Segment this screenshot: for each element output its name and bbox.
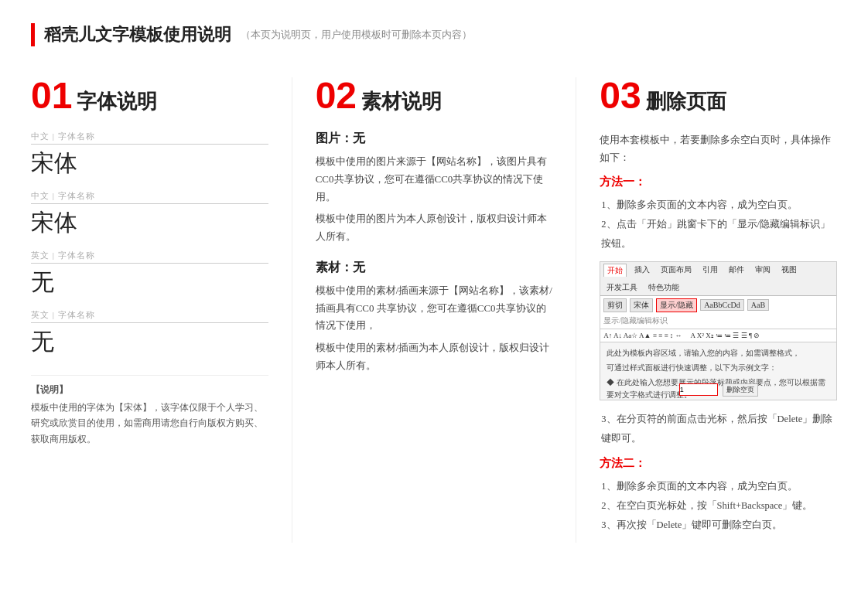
method1-step2: 2、点击「开始」跳窗卡下的「显示/隐藏编辑标识」按钮。	[601, 215, 837, 254]
col-material: 02 素材说明 图片：无 模板中使用的图片来源于【网站名称】，该图片具有CC0共…	[316, 77, 577, 543]
ribbon-tab-special: 特色功能	[645, 281, 682, 294]
font3-name: 无	[31, 267, 268, 298]
font4-name: 无	[31, 326, 268, 358]
material-text2: 模板中使用的素材/插画为本人原创设计，版权归设计师本人所有。	[316, 339, 553, 375]
word-line1: 此处为模板内容区域，请输入您的内容，如需调整格式，	[607, 347, 830, 359]
word-footer: 删除空页	[679, 383, 758, 397]
method1-step3-container: 3、在分页符的前面点击光标，然后按「Delete」删除键即可。	[600, 410, 837, 448]
ribbon-tab-mail: 邮件	[726, 264, 747, 277]
word-screenshot: 开始 插入 页面布局 引用 邮件 审阅 视图 开发工具 特色功能 剪切 宋体 显…	[600, 261, 837, 400]
ribbon-tab-insert: 插入	[631, 264, 653, 277]
toolbar-btn-show-hide: 显示/隐藏	[656, 298, 697, 312]
word-ribbon: 开始 插入 页面布局 引用 邮件 审阅 视图 开发工具 特色功能	[600, 262, 836, 296]
font1-category: 中文 | 字体名称	[31, 131, 268, 145]
ribbon-tab-review: 审阅	[752, 264, 774, 277]
font3-category: 英文 | 字体名称	[31, 250, 268, 264]
toolbar-btn-style1: AaBbCcDd	[700, 299, 744, 311]
ribbon-tab-ref: 引用	[699, 264, 721, 277]
delete-page-btn[interactable]: 删除空页	[723, 383, 758, 397]
page-number-input[interactable]	[679, 383, 718, 396]
method1-heading: 方法一：	[600, 175, 837, 189]
toolbar-btn-style2: AaB	[747, 299, 769, 311]
col-font: 01 字体说明 中文 | 字体名称 宋体 中文 | 字体名称 宋体 英文 | 字…	[31, 77, 292, 543]
word-line2: 可通过样式面板进行快速调整，以下为示例文字：	[607, 362, 830, 374]
delete-intro: 使用本套模板中，若要删除多余空白页时，具体操作如下：	[600, 131, 837, 167]
method2-heading: 方法二：	[600, 456, 837, 471]
method1-step3: 3、在分页符的前面点击光标，然后按「Delete」删除键即可。	[601, 410, 837, 448]
toolbar-more: 显示/隐藏编辑标识	[603, 315, 668, 326]
columns: 01 字体说明 中文 | 字体名称 宋体 中文 | 字体名称 宋体 英文 | 字…	[31, 77, 837, 543]
image-text2: 模板中使用的图片为本人原创设计，版权归设计师本人所有。	[316, 210, 553, 246]
font2-name: 宋体	[31, 207, 268, 239]
subtoolbar-item1: A↑ A↓ Aa☆ A▲ ≡ ≡ ≡ ↕ ↔	[603, 332, 682, 339]
note-title: 【说明】	[31, 383, 268, 397]
font1-name: 宋体	[31, 148, 268, 179]
material-text1: 模板中使用的素材/插画来源于【网站名称】，该素材/插画具有CC0 共享协议，您可…	[316, 282, 553, 335]
method2-step2: 2、在空白页光标处，按「Shift+Backspace」键。	[601, 496, 837, 516]
toolbar-btn-cut: 剪切	[603, 298, 627, 312]
font2-category: 中文 | 字体名称	[31, 190, 268, 204]
material-section: 素材：无 模板中使用的素材/插画来源于【网站名称】，该素材/插画具有CC0 共享…	[316, 260, 553, 375]
col1-label: 字体说明	[77, 88, 157, 115]
note-text: 模板中使用的字体为【宋体】，该字体仅限于个人学习、研究或欣赏目的使用，如需商用请…	[31, 400, 268, 447]
font4-category: 英文 | 字体名称	[31, 309, 268, 323]
col2-num: 02	[316, 77, 357, 114]
method2-steps: 1、删除多余页面的文本内容，成为空白页。 2、在空白页光标处，按「Shift+B…	[600, 477, 837, 535]
font-note: 【说明】 模板中使用的字体为【宋体】，该字体仅限于个人学习、研究或欣赏目的使用，…	[31, 375, 268, 447]
page-subtitle: （本页为说明页，用户使用模板时可删除本页内容）	[241, 28, 472, 42]
page-container: 稻壳儿文字模板使用说明 （本页为说明页，用户使用模板时可删除本页内容） 01 字…	[0, 0, 868, 613]
method1-steps: 1、删除多余页面的文本内容，成为空白页。 2、点击「开始」跳窗卡下的「显示/隐藏…	[600, 196, 837, 254]
ribbon-tab-start: 开始	[603, 264, 627, 277]
toolbar-btn-font: 宋体	[630, 298, 653, 312]
material-heading: 素材：无	[316, 260, 553, 276]
image-heading: 图片：无	[316, 131, 553, 147]
col-delete: 03 删除页面 使用本套模板中，若要删除多余空白页时，具体操作如下： 方法一： …	[600, 77, 837, 543]
method2-step1: 1、删除多余页面的文本内容，成为空白页。	[601, 477, 837, 496]
ribbon-tab-dev: 开发工具	[603, 281, 641, 294]
header: 稻壳儿文字模板使用说明 （本页为说明页，用户使用模板时可删除本页内容）	[31, 23, 837, 46]
subtoolbar-item2: A X² X₂ ≔ ≔ ☰ ☰ ¶ ⊘	[690, 332, 760, 339]
page-title: 稻壳儿文字模板使用说明	[44, 23, 231, 46]
col2-heading: 02 素材说明	[316, 77, 553, 115]
word-tools-row: 剪切 宋体 显示/隐藏 AaBbCcDd AaB 显示/隐藏编辑标识	[600, 296, 836, 329]
word-subtoolbar: A↑ A↓ Aa☆ A▲ ≡ ≡ ≡ ↕ ↔ A X² X₂ ≔ ≔ ☰ ☰ ¶…	[600, 329, 836, 342]
col1-num: 01	[31, 77, 72, 114]
ribbon-tab-view: 视图	[778, 264, 800, 277]
method2-step3: 3、再次按「Delete」键即可删除空白页。	[601, 516, 837, 535]
image-section: 图片：无 模板中使用的图片来源于【网站名称】，该图片具有CC0共享协议，您可在遵…	[316, 131, 553, 246]
col1-heading: 01 字体说明	[31, 77, 268, 115]
method1-step1: 1、删除多余页面的文本内容，成为空白页。	[601, 196, 837, 215]
col3-label: 删除页面	[646, 88, 726, 115]
col2-label: 素材说明	[361, 88, 442, 115]
col3-num: 03	[600, 77, 641, 114]
col3-heading: 03 删除页面	[600, 77, 837, 115]
ribbon-tab-layout: 页面布局	[658, 264, 695, 277]
image-text1: 模板中使用的图片来源于【网站名称】，该图片具有CC0共享协议，您可在遵循CC0共…	[316, 153, 553, 206]
